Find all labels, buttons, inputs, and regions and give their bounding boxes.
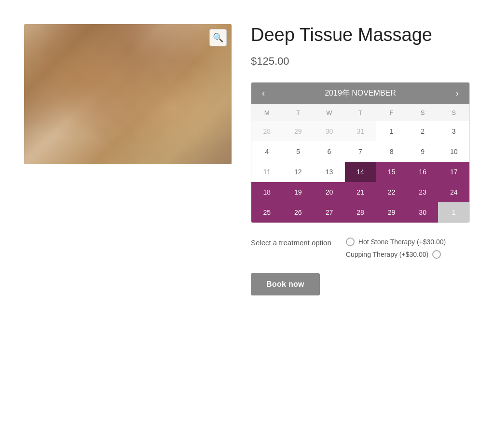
weekday-sun: S <box>438 104 469 121</box>
calendar-day[interactable]: 12 <box>283 162 314 182</box>
calendar-day[interactable]: 8 <box>376 141 407 162</box>
weekday-thu: T <box>345 104 376 121</box>
book-now-button[interactable]: Book now <box>251 273 320 295</box>
calendar-day-next-1[interactable]: 1 <box>438 202 469 223</box>
treatment-option-cupping[interactable]: Cupping Therapy (+$30.00) <box>346 250 446 259</box>
calendar-day[interactable]: 4 <box>251 141 283 162</box>
calendar-day-18[interactable]: 18 <box>251 182 283 202</box>
treatment-section: Select a treatment option Hot Stone Ther… <box>251 238 470 259</box>
product-title: Deep Tissue Massage <box>251 24 470 46</box>
product-details: Deep Tissue Massage $125.00 ‹ 2019年 NOVE… <box>251 24 470 295</box>
calendar-day: 30 <box>314 121 345 141</box>
calendar-days: 28 29 30 31 1 2 3 4 5 6 7 8 9 10 11 <box>251 121 469 223</box>
calendar-next-button[interactable]: › <box>453 88 462 98</box>
calendar-day-15[interactable]: 15 <box>376 162 407 182</box>
calendar-day[interactable]: 3 <box>438 121 469 141</box>
calendar-day[interactable]: 2 <box>407 121 439 141</box>
calendar-day[interactable]: 6 <box>314 141 345 162</box>
calendar-weekdays: M T W T F S S <box>251 104 469 121</box>
calendar-day: 29 <box>283 121 314 141</box>
weekday-tue: T <box>283 104 314 121</box>
calendar-day-25[interactable]: 25 <box>251 202 283 223</box>
calendar-day-23[interactable]: 23 <box>407 182 439 202</box>
calendar-day[interactable]: 10 <box>438 141 469 162</box>
product-image <box>24 24 232 164</box>
product-image-container: 🔍 <box>24 24 232 295</box>
calendar-prev-button[interactable]: ‹ <box>259 88 268 98</box>
calendar-day-16[interactable]: 16 <box>407 162 439 182</box>
treatment-options: Hot Stone Therapy (+$30.00) Cupping Ther… <box>346 238 446 259</box>
radio-hot-stone[interactable] <box>346 238 355 246</box>
book-section: Book now <box>251 273 470 295</box>
calendar-day[interactable]: 1 <box>376 121 407 141</box>
calendar-day[interactable]: 9 <box>407 141 439 162</box>
calendar-day-14[interactable]: 14 <box>345 162 376 182</box>
treatment-option-hot-stone[interactable]: Hot Stone Therapy (+$30.00) <box>346 238 446 246</box>
calendar-day[interactable]: 13 <box>314 162 345 182</box>
calendar-day-27[interactable]: 27 <box>314 202 345 223</box>
product-price: $125.00 <box>251 55 470 68</box>
calendar-day: 28 <box>251 121 283 141</box>
calendar-day-17[interactable]: 17 <box>438 162 469 182</box>
product-page: 🔍 Deep Tissue Massage $125.00 ‹ 2019年 NO… <box>14 14 480 305</box>
treatment-option-hot-stone-label: Hot Stone Therapy (+$30.00) <box>358 238 446 246</box>
calendar-day-24[interactable]: 24 <box>438 182 469 202</box>
calendar-day[interactable]: 7 <box>345 141 376 162</box>
calendar-day-21[interactable]: 21 <box>345 182 376 202</box>
calendar-day-22[interactable]: 22 <box>376 182 407 202</box>
calendar-day-30[interactable]: 30 <box>407 202 439 223</box>
weekday-mon: M <box>251 104 283 121</box>
calendar-header: ‹ 2019年 NOVEMBER › <box>251 83 469 104</box>
treatment-label: Select a treatment option <box>251 238 331 249</box>
zoom-icon: 🔍 <box>213 32 223 43</box>
calendar-grid: M T W T F S S 28 29 30 31 1 2 3 <box>251 104 469 223</box>
weekday-fri: F <box>376 104 407 121</box>
calendar-day[interactable]: 11 <box>251 162 283 182</box>
calendar: ‹ 2019年 NOVEMBER › M T W T F S S 28 29 <box>251 82 470 223</box>
calendar-day-19[interactable]: 19 <box>283 182 314 202</box>
calendar-day-28[interactable]: 28 <box>345 202 376 223</box>
zoom-button[interactable]: 🔍 <box>209 29 227 46</box>
radio-cupping[interactable] <box>432 250 441 259</box>
calendar-day-26[interactable]: 26 <box>283 202 314 223</box>
weekday-wed: W <box>314 104 345 121</box>
calendar-day-29[interactable]: 29 <box>376 202 407 223</box>
calendar-month-year: 2019年 NOVEMBER <box>325 88 396 98</box>
treatment-option-cupping-label: Cupping Therapy (+$30.00) <box>346 251 428 258</box>
calendar-day: 31 <box>345 121 376 141</box>
calendar-day[interactable]: 5 <box>283 141 314 162</box>
weekday-sat: S <box>407 104 439 121</box>
calendar-day-20[interactable]: 20 <box>314 182 345 202</box>
